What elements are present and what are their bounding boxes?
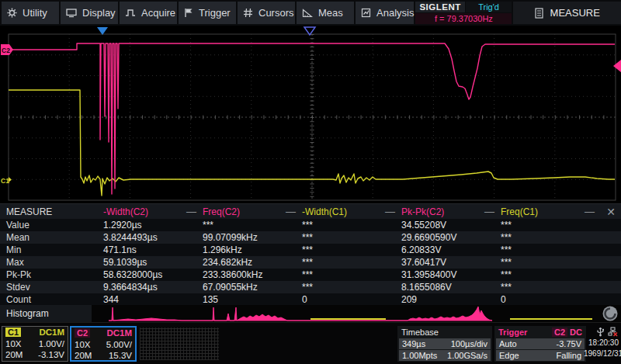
c1-channel-badge[interactable]: C1: [1, 177, 12, 185]
trigger-type: Edge: [499, 351, 519, 360]
menu-item-label: Cursors: [258, 7, 294, 19]
cell: 209: [401, 294, 501, 305]
cell: 1.296kHz: [203, 244, 302, 255]
remove-column-icon[interactable]: —: [286, 208, 296, 216]
menu-item-label: Acquire: [141, 7, 175, 19]
ruler-icon: [302, 8, 313, 18]
remove-column-icon[interactable]: —: [186, 208, 196, 216]
measure-table-header: MEASURE -Width(C2) — Freq(C2) — -Width(C…: [0, 203, 621, 219]
cell: 31.3958400V: [401, 269, 501, 280]
timebase-memory: 1.00Mpts: [402, 351, 437, 360]
cell: 67.09055kHz: [203, 282, 302, 293]
c2-coupling: DC1M: [106, 328, 132, 338]
cell: ***: [302, 244, 401, 255]
table-row-min: Min 471.1ns 1.296kHz *** 6.20833V ***: [0, 244, 621, 256]
clock-block: 18:20:30 1969/12/31: [584, 326, 619, 362]
histogram-plot: [0, 305, 621, 322]
acquire-icon: [125, 8, 136, 18]
menu-item-analysis[interactable]: Analysis: [356, 2, 414, 24]
flag-icon: [184, 8, 193, 18]
cell: ***: [203, 220, 302, 231]
column-header-freq-c1[interactable]: Freq(C1) —: [501, 206, 601, 217]
cell: ***: [302, 220, 401, 231]
descriptor-grip-texture: [140, 328, 219, 360]
cell: 99.07099kHz: [203, 232, 302, 243]
table-row-pkpk: Pk-Pk 58.6328000µs 233.38600kHz *** 31.3…: [0, 269, 621, 281]
table-row-count: Count 344 135 0 209 0: [0, 293, 621, 306]
svg-text:C2: C2: [2, 47, 10, 54]
status-block: SIGLENT Trig'd f = 79.37030Hz: [415, 2, 512, 24]
table-row-value: Value 1.2920µs *** *** 34.55208V ***: [0, 219, 621, 231]
remove-column-icon[interactable]: —: [585, 208, 595, 216]
panel-title-label: MEASURE: [550, 7, 600, 19]
cell: ***: [302, 232, 401, 243]
cell: 0: [302, 294, 401, 305]
c1-bandwidth: 20M: [5, 350, 23, 359]
cell: 0: [501, 294, 601, 305]
measure-panel-icon: [535, 8, 543, 19]
cell: 37.60417V: [401, 257, 501, 268]
menu-item-trigger[interactable]: Trigger: [179, 2, 236, 24]
column-header-width-c2[interactable]: -Width(C2) —: [103, 206, 203, 217]
histogram-c2: [109, 307, 492, 321]
channel-descriptor-c1[interactable]: C1 DC1M 10X 1.00V/ 20M -3.13V: [2, 326, 68, 362]
menu-item-acquire[interactable]: Acquire: [120, 2, 177, 24]
lan-disconnected-icon: [608, 327, 618, 337]
trigger-source: C2: [552, 328, 567, 337]
cell: 344: [103, 294, 203, 305]
clock-time: 18:20:30: [584, 338, 619, 348]
menu-item-utility[interactable]: Utility: [2, 2, 59, 24]
cell: ***: [501, 232, 601, 243]
cell: ***: [501, 269, 601, 280]
menu-item-meas[interactable]: Meas: [297, 2, 354, 24]
trigger-status-badge: Trig'd: [466, 2, 512, 12]
menu-item-display[interactable]: Display: [61, 2, 118, 24]
remove-column-icon[interactable]: —: [385, 208, 395, 216]
menu-item-cursors[interactable]: Cursors: [238, 2, 295, 24]
cell: 9.3664834µs: [103, 282, 203, 293]
oscilloscope-screen: Utility Display Acquire Trigger: [0, 0, 621, 364]
c1-label-chip: C1: [5, 328, 21, 337]
trigger-descriptor[interactable]: Trigger C2 DC Auto -3.75V Edge Falling: [494, 326, 586, 362]
cell: 58.6328000µs: [103, 269, 203, 280]
cell: 135: [203, 294, 302, 305]
column-header-pkpk-c2[interactable]: Pk-Pk(C2) —: [401, 206, 501, 217]
c2-offset: 15.3V: [109, 351, 132, 360]
history-button[interactable]: [603, 307, 618, 321]
c2-vertical-scale: 5.00V/: [106, 340, 132, 349]
trigger-coupling: DC: [570, 328, 582, 337]
usb-icon: [596, 327, 605, 337]
c2-channel-badge[interactable]: C2: [1, 44, 13, 55]
trigger-slope: Falling: [557, 351, 581, 360]
column-header-width-c1[interactable]: -Width(C1) —: [302, 206, 401, 217]
timebase-title: Timebase: [401, 328, 439, 337]
trigger-level-marker[interactable]: [613, 60, 621, 72]
menu-item-label: Trigger: [199, 7, 231, 19]
waveform-display: C2 C1: [0, 26, 621, 203]
measure-table-title: MEASURE: [0, 206, 103, 217]
remove-column-icon[interactable]: —: [484, 208, 494, 216]
column-header-freq-c2[interactable]: Freq(C2) —: [203, 206, 302, 217]
histogram-strip: Histogram: [0, 305, 621, 322]
cell: 59.1039µs: [103, 257, 203, 268]
timebase-descriptor[interactable]: Timebase 349µs 100µs/div 1.00Mpts 1.00GS…: [397, 326, 492, 362]
trigger-level: -3.75V: [557, 339, 581, 348]
close-icon[interactable]: ✕: [601, 206, 621, 218]
cell: 6.20833V: [401, 244, 501, 255]
c2-attenuation: 10X: [75, 340, 90, 349]
trigger-mode: Auto: [499, 339, 517, 348]
bottom-bar: C1 DC1M 10X 1.00V/ 20M -3.13V C2 DC1M 10…: [0, 322, 621, 364]
clock-date: 1969/12/31: [584, 348, 619, 359]
timebase-sample-rate: 1.00GSa/s: [447, 351, 487, 360]
table-row-max: Max 59.1039µs 234.682kHz *** 37.60417V *…: [0, 256, 621, 269]
channel-descriptor-c2[interactable]: C2 DC1M 10X 5.00V/ 20M 15.3V: [70, 326, 137, 362]
active-panel-title[interactable]: MEASURE: [513, 2, 621, 24]
c1-vertical-scale: 1.00V/: [39, 339, 64, 348]
histogram-label: Histogram: [0, 305, 92, 322]
cell: 233.38600kHz: [203, 269, 302, 280]
table-row-mean: Mean 3.8244493µs 99.07099kHz *** 29.6690…: [0, 231, 621, 244]
svg-text:C1: C1: [1, 177, 9, 185]
cell: 29.6690590V: [401, 232, 501, 243]
analysis-icon: [361, 8, 371, 18]
frequency-counter: f = 79.37030Hz: [415, 13, 512, 24]
